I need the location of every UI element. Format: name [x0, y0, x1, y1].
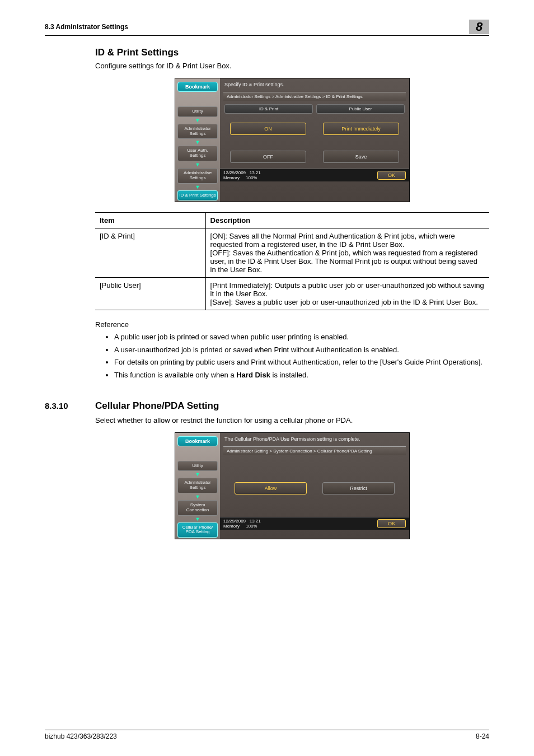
- section-title: ID & Print Settings: [95, 47, 489, 58]
- th-desc: Description: [205, 213, 489, 228]
- option-save[interactable]: Save: [323, 151, 399, 163]
- screenshot-id-print: Bookmark Utility ▼ Administrator Setting…: [175, 78, 410, 202]
- nav-admin-settings[interactable]: Administrator Settings: [177, 478, 218, 493]
- nav-system-connection[interactable]: System Connection: [177, 500, 218, 516]
- chevron-down-icon: ▼: [177, 517, 218, 521]
- option-print-immediately[interactable]: Print Immediately: [323, 123, 399, 135]
- option-restrict[interactable]: Restrict: [322, 482, 395, 494]
- list-item: This function is available only when a H…: [114, 370, 489, 380]
- instruction-text: Specify ID & Print settings.: [220, 78, 409, 90]
- screenshot-cellular-pda: Bookmark Utility ▼ Administrator Setting…: [175, 432, 410, 540]
- section-intro: Configure settings for ID & Print User B…: [95, 62, 489, 70]
- chevron-down-icon: ▼: [177, 118, 218, 123]
- bookmark-button[interactable]: Bookmark: [177, 82, 218, 92]
- nav-utility[interactable]: Utility: [177, 461, 218, 472]
- section-number: 8.3.10: [45, 401, 95, 410]
- status-text: 12/29/2009 13:21 Memory 100%: [223, 519, 261, 529]
- td-desc: [ON]: Saves all the Normal Print and Aut…: [205, 228, 489, 278]
- nav-user-auth[interactable]: User Auth. Settings: [177, 146, 218, 161]
- list-item: For details on printing by public users …: [114, 357, 489, 367]
- tab-id-print[interactable]: ID & Print: [224, 104, 313, 114]
- chevron-down-icon: ▼: [177, 472, 218, 477]
- nav-cellular-pda[interactable]: Cellular Phone/ PDA Setting: [177, 522, 218, 538]
- breadcrumb: Administrator Settings > Administrative …: [223, 92, 406, 101]
- section-intro: Select whether to allow or restrict the …: [95, 416, 489, 424]
- option-allow[interactable]: Allow: [235, 482, 307, 494]
- status-text: 12/29/2009 13:21 Memory 100%: [223, 170, 261, 180]
- ok-button[interactable]: OK: [377, 519, 406, 528]
- nav-utility[interactable]: Utility: [177, 106, 218, 117]
- header-left: 8.3 Administrator Settings: [45, 23, 128, 31]
- chevron-down-icon: ▼: [177, 140, 218, 144]
- footer-page: 8-24: [476, 732, 489, 740]
- chevron-down-icon: ▼: [177, 162, 218, 167]
- chevron-down-icon: ▼: [177, 494, 218, 499]
- breadcrumb: Administrator Setting > System Connectio…: [223, 446, 406, 455]
- th-item: Item: [95, 213, 205, 228]
- option-on[interactable]: ON: [230, 123, 306, 135]
- reference-label: Reference: [95, 320, 489, 329]
- chapter-badge: 8: [469, 20, 489, 34]
- nav-admin-settings[interactable]: Administrator Settings: [177, 124, 218, 139]
- reference-list: A public user job is printed or saved wh…: [95, 332, 489, 380]
- list-item: A public user job is printed or saved wh…: [114, 332, 489, 342]
- description-table: Item Description [ID & Print] [ON]: Save…: [95, 212, 489, 310]
- ok-button[interactable]: OK: [377, 171, 406, 180]
- td-desc: [Print Immediately]: Outputs a public us…: [205, 278, 489, 310]
- tab-public-user[interactable]: Public User: [316, 104, 405, 114]
- td-item: [Public User]: [95, 278, 205, 310]
- option-off[interactable]: OFF: [230, 151, 306, 163]
- instruction-text: The Cellular Phone/PDA Use Permission se…: [220, 433, 409, 444]
- nav-id-print[interactable]: ID & Print Settings: [177, 190, 218, 201]
- list-item: A user-unauthorized job is printed or sa…: [114, 345, 489, 355]
- chevron-down-icon: ▼: [177, 185, 218, 189]
- nav-administrative[interactable]: Administrative Settings: [177, 168, 218, 184]
- footer-model: bizhub 423/363/283/223: [45, 732, 117, 740]
- td-item: [ID & Print]: [95, 228, 205, 278]
- section-title: Cellular Phone/PDA Setting: [95, 400, 219, 412]
- bookmark-button[interactable]: Bookmark: [177, 436, 218, 446]
